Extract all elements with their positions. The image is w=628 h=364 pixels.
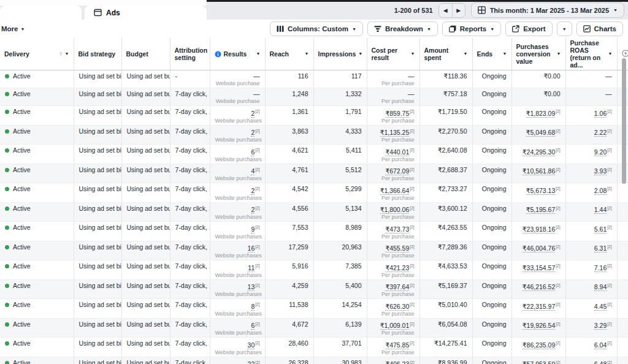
column-header-delivery[interactable]: Delivery↑▼ — [0, 38, 74, 70]
table-row[interactable]: ActiveUsing ad set bid str...Using ad se… — [0, 70, 628, 88]
column-header-bid-strategy[interactable]: Bid strategy — [74, 38, 121, 70]
cell-attribution-setting: 7-day click, 1-d... — [170, 241, 210, 260]
cell-spacer — [617, 202, 628, 222]
table-row[interactable]: ActiveUsing ad set bid str...Using ad se… — [0, 318, 628, 338]
cell-ends: Ongoing — [472, 70, 511, 88]
chevron-down-icon[interactable]: ▼ — [464, 50, 468, 58]
cell-budget: Using ad set bud... — [121, 183, 170, 203]
cell-purchases-conversion-value: ₹57,953.59[2] — [511, 357, 565, 364]
table-row[interactable]: ActiveUsing ad set bid str...Using ad se… — [0, 183, 628, 203]
cell-spacer — [617, 279, 628, 299]
reports-button[interactable]: Reports ▼ — [442, 21, 501, 36]
cell-attribution-setting: 7-day click, 1-d... — [170, 222, 210, 241]
tab-previous-partial[interactable] — [0, 6, 82, 20]
cell-value: 4,556 — [270, 205, 308, 212]
cell-value: ₹19,926.54[2] — [517, 320, 561, 330]
estimate-marker: [2] — [410, 109, 414, 113]
table-row[interactable]: ActiveUsing ad set bid str...Using ad se… — [0, 106, 628, 126]
cell-reach: 3,863 — [265, 125, 313, 145]
cell-value: ₹406.23[2] — [372, 359, 415, 364]
estimate-marker: [2] — [607, 206, 611, 210]
cell-delivery: Active — [0, 202, 74, 222]
table-row[interactable]: ActiveUsing ad set bid str...Using ad se… — [0, 164, 628, 183]
export-icon — [512, 25, 519, 32]
estimate-marker: [2] — [556, 206, 560, 210]
table-row[interactable]: ActiveUsing ad set bid str...Using ad se… — [0, 202, 628, 222]
estimate-marker: [2] — [410, 148, 414, 152]
column-header-cost-per-result[interactable]: Cost per result▼ — [367, 38, 419, 70]
table-row[interactable]: ActiveUsing ad set bid str...Using ad se… — [0, 299, 628, 319]
cell-spacer — [617, 260, 628, 280]
chevron-down-icon[interactable]: ▼ — [358, 50, 362, 58]
charts-button-label: Charts — [594, 25, 616, 32]
estimate-marker: [2] — [410, 129, 414, 133]
charts-button[interactable]: Charts — [576, 21, 623, 36]
columns-button-label: Columns: Custom — [288, 25, 348, 32]
table-row[interactable]: ActiveUsing ad set bid str...Using ad se… — [0, 357, 628, 364]
chevron-down-icon[interactable]: ▼ — [65, 50, 69, 58]
table-row[interactable]: ActiveUsing ad set bid str...Using ad se… — [0, 279, 628, 299]
cell-results: 11[2]Website purchases — [210, 260, 265, 280]
column-header-budget[interactable]: Budget — [121, 38, 170, 70]
cell-purchase-roas: 3.93[2] — [565, 164, 617, 183]
cell-amount-spent: ₹118.36 — [419, 70, 472, 88]
estimate-marker: [2] — [255, 341, 259, 345]
more-button[interactable]: More ▼ — [0, 25, 25, 32]
cell-purchase-roas: 4.45[2] — [565, 299, 617, 319]
previous-page-button[interactable]: ◀ — [439, 4, 452, 17]
cell-value: ₹421.23[2] — [372, 262, 415, 271]
chevron-down-icon[interactable]: ▼ — [411, 50, 415, 58]
column-header-attribution-setting[interactable]: Attribution setting — [170, 38, 210, 70]
cell-purchases-conversion-value: ₹22,315.97[2] — [511, 299, 565, 319]
cell-budget: Using ad set bud... — [121, 260, 170, 280]
cell-value: 4[2] — [215, 166, 260, 175]
cell-cost-per-result: ₹397.64[2]Per purchase — [367, 279, 419, 299]
add-column-icon[interactable] — [622, 50, 628, 57]
columns-icon — [277, 25, 284, 32]
column-header-results[interactable]: Results▼ — [210, 38, 265, 70]
column-header-ends[interactable]: Ends▼ — [472, 38, 511, 70]
column-header-amount-spent[interactable]: Amount spent▼ — [419, 38, 472, 70]
cell-bid-strategy: Using ad set bid str... — [74, 88, 121, 106]
column-header-impressions[interactable]: Impressions▼ — [313, 38, 367, 70]
cell-value: ₹7,289.36 — [425, 243, 467, 251]
vertical-scrollbar[interactable] — [622, 58, 626, 184]
table-row[interactable]: ActiveUsing ad set bid str...Using ad se… — [0, 338, 628, 357]
reports-button-label: Reports — [460, 25, 486, 32]
table-row[interactable]: ActiveUsing ad set bid str...Using ad se… — [0, 241, 628, 260]
table-row[interactable]: ActiveUsing ad set bid str...Using ad se… — [0, 145, 628, 164]
column-header-reach[interactable]: Reach▼ — [265, 38, 313, 70]
info-icon[interactable] — [215, 51, 221, 58]
cell-budget: Using ad set bud... — [121, 357, 170, 364]
cell-value: 1,361 — [270, 108, 308, 115]
date-range-button[interactable]: This month: 1 Mar 2025 - 13 Mar 2025 ▼ — [471, 2, 624, 18]
column-header-label: Bid strategy — [78, 50, 117, 58]
active-status-dot — [5, 92, 9, 96]
estimate-marker: [2] — [556, 167, 560, 172]
column-header-label: Reach — [270, 50, 302, 58]
next-page-button[interactable]: ▶ — [452, 4, 465, 17]
cell-sublabel: Per purchase — [372, 175, 415, 182]
columns-button[interactable]: Columns: Custom ▼ — [270, 21, 363, 36]
cell-amount-spent: ₹2,733.27 — [419, 183, 472, 203]
breakdown-button[interactable]: Breakdown ▼ — [367, 21, 438, 36]
table-row[interactable]: ActiveUsing ad set bid str...Using ad se… — [0, 260, 628, 280]
table-row[interactable]: ActiveUsing ad set bid str...Using ad se… — [0, 222, 628, 241]
export-options-button[interactable]: ▼ — [557, 21, 572, 36]
chevron-down-icon[interactable]: ▼ — [305, 50, 309, 58]
tab-ads[interactable]: Ads — [85, 6, 207, 20]
cell-value: 14,254 — [319, 301, 362, 308]
table-row[interactable]: ActiveUsing ad set bid str...Using ad se… — [0, 125, 628, 145]
export-button[interactable]: Export — [505, 21, 552, 36]
cell-value: 3,863 — [270, 127, 308, 135]
cell-budget: Using ad set bud... — [121, 338, 170, 357]
column-header-purchases-conversion-value[interactable]: Purchases conversion value▼ — [511, 38, 565, 70]
chevron-down-icon[interactable]: ▼ — [557, 50, 561, 58]
chevron-down-icon[interactable]: ▼ — [256, 50, 261, 58]
chevron-down-icon[interactable]: ▼ — [503, 50, 507, 58]
column-header-purchase-roas[interactable]: Purchase ROAS (return on ad...▼ — [565, 38, 617, 70]
cell-value: 5.61[2] — [571, 224, 612, 233]
table-row[interactable]: ActiveUsing ad set bid str...Using ad se… — [0, 88, 628, 106]
chevron-down-icon[interactable]: ▼ — [608, 50, 613, 58]
cell-value: 4,621 — [270, 146, 308, 154]
